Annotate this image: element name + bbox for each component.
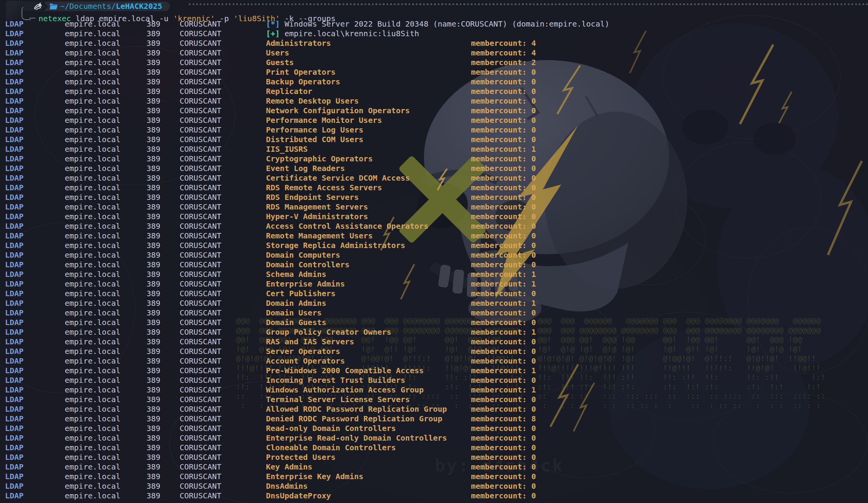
hostname-cell: CORUSCANT — [180, 173, 221, 183]
hostname-cell: CORUSCANT — [180, 154, 221, 164]
membercount-cell: membercount: 4 — [471, 48, 536, 58]
port-cell: 389 — [146, 39, 160, 48]
protocol-cell: LDAP — [5, 67, 24, 77]
hostname-cell: CORUSCANT — [180, 289, 221, 298]
protocol-cell: LDAP — [5, 183, 24, 193]
folder-icon — [49, 3, 58, 10]
port-cell: 389 — [146, 356, 160, 366]
group-name-cell: Account Operators — [266, 356, 345, 366]
port-cell: 389 — [146, 279, 160, 289]
group-name-cell: Guests — [266, 58, 294, 67]
port-cell: 389 — [146, 87, 160, 96]
port-cell: 389 — [146, 414, 160, 424]
hostname-cell: CORUSCANT — [180, 462, 221, 472]
protocol-cell: LDAP — [5, 453, 24, 462]
group-name-cell: Certificate Service DCOM Access — [266, 173, 410, 183]
membercount-cell: membercount: 0 — [471, 164, 536, 173]
host-cell: empire.local — [65, 231, 121, 241]
group-name-cell: Administrators — [266, 39, 331, 48]
hostname-cell: CORUSCANT — [180, 404, 221, 414]
host-cell: empire.local — [65, 327, 121, 337]
host-cell: empire.local — [65, 125, 121, 135]
host-cell: empire.local — [65, 116, 121, 125]
protocol-cell: LDAP — [5, 404, 24, 414]
membercount-cell: membercount: 0 — [471, 193, 536, 202]
membercount-cell: membercount: 0 — [471, 462, 536, 472]
host-cell: empire.local — [65, 48, 121, 58]
group-name-cell: Pre-Windows 2000 Compatible Access — [266, 366, 424, 376]
port-cell: 389 — [146, 337, 160, 347]
group-name-cell: Remote Management Users — [266, 231, 373, 241]
protocol-cell: LDAP — [5, 19, 24, 29]
output-row: LDAP empire.local 389 CORUSCANT Performa… — [0, 116, 868, 125]
port-cell: 389 — [146, 462, 160, 472]
membercount-cell: membercount: 0 — [471, 443, 536, 453]
hostname-cell: CORUSCANT — [180, 279, 221, 289]
membercount-cell: membercount: 0 — [471, 96, 536, 106]
hostname-cell: CORUSCANT — [180, 125, 221, 135]
host-cell: empire.local — [65, 241, 121, 250]
terminal-screen[interactable]: { "accent_colors": { "background": "#181… — [0, 0, 868, 503]
hostname-cell: CORUSCANT — [180, 308, 221, 318]
port-cell: 389 — [146, 77, 160, 87]
protocol-cell: LDAP — [5, 376, 24, 385]
protocol-cell: LDAP — [5, 221, 24, 231]
membercount-cell: membercount: 1 — [471, 144, 536, 154]
protocol-cell: LDAP — [5, 318, 24, 327]
protocol-cell: LDAP — [5, 144, 24, 154]
protocol-cell: LDAP — [5, 462, 24, 472]
port-cell: 389 — [146, 106, 160, 116]
membercount-cell: membercount: 0 — [471, 183, 536, 193]
output-row: LDAP empire.local 389 CORUSCANT [*] Wind… — [0, 19, 868, 29]
port-cell: 389 — [146, 260, 160, 270]
group-name-cell: Event Log Readers — [266, 164, 345, 173]
group-name-cell: Print Operators — [266, 67, 336, 77]
hostname-cell: CORUSCANT — [180, 202, 221, 212]
membercount-cell: membercount: 1 — [471, 366, 536, 376]
hostname-cell: CORUSCANT — [180, 135, 221, 144]
host-cell: empire.local — [65, 279, 121, 289]
host-cell: empire.local — [65, 221, 121, 231]
host-cell: empire.local — [65, 385, 121, 395]
group-name-cell: DnsUpdateProxy — [266, 491, 331, 501]
group-name-cell: Replicator — [266, 87, 312, 96]
port-cell: 389 — [146, 67, 160, 77]
host-cell: empire.local — [65, 19, 121, 29]
hostname-cell: CORUSCANT — [180, 443, 221, 453]
port-cell: 389 — [146, 58, 160, 67]
host-cell: empire.local — [65, 366, 121, 376]
output-row: LDAP empire.local 389 CORUSCANT Domain G… — [0, 318, 868, 327]
protocol-cell: LDAP — [5, 135, 24, 144]
host-cell: empire.local — [65, 481, 121, 491]
command-output: LDAP empire.local 389 CORUSCANT [*] Wind… — [0, 19, 868, 501]
membercount-cell: membercount: 8 — [471, 414, 536, 424]
host-cell: empire.local — [65, 462, 121, 472]
port-cell: 389 — [146, 154, 160, 164]
host-cell: empire.local — [65, 433, 121, 443]
host-cell: empire.local — [65, 183, 121, 193]
protocol-cell: LDAP — [5, 327, 24, 337]
host-cell: empire.local — [65, 347, 121, 356]
membercount-cell: membercount: 0 — [471, 116, 536, 125]
hostname-cell: CORUSCANT — [180, 212, 221, 221]
membercount-cell: membercount: 0 — [471, 308, 536, 318]
output-row: LDAP empire.local 389 CORUSCANT Pre-Wind… — [0, 366, 868, 376]
host-cell: empire.local — [65, 87, 121, 96]
protocol-cell: LDAP — [5, 48, 24, 58]
group-name-cell: Protected Users — [266, 453, 336, 462]
output-row: LDAP empire.local 389 CORUSCANT Windows … — [0, 385, 868, 395]
output-row: LDAP empire.local 389 CORUSCANT Domain C… — [0, 250, 868, 260]
output-row: LDAP empire.local 389 CORUSCANT IIS_IUSR… — [0, 144, 868, 154]
output-row: LDAP empire.local 389 CORUSCANT Enterpri… — [0, 279, 868, 289]
port-cell: 389 — [146, 433, 160, 443]
group-name-cell: Performance Monitor Users — [266, 116, 382, 125]
protocol-cell: LDAP — [5, 173, 24, 183]
host-cell: empire.local — [65, 472, 121, 481]
hostname-cell: CORUSCANT — [180, 77, 221, 87]
group-name-cell: Cloneable Domain Controllers — [266, 443, 396, 453]
protocol-cell: LDAP — [5, 39, 24, 48]
host-cell: empire.local — [65, 96, 121, 106]
membercount-cell: membercount: 0 — [471, 472, 536, 481]
port-cell: 389 — [146, 202, 160, 212]
host-cell: empire.local — [65, 289, 121, 298]
